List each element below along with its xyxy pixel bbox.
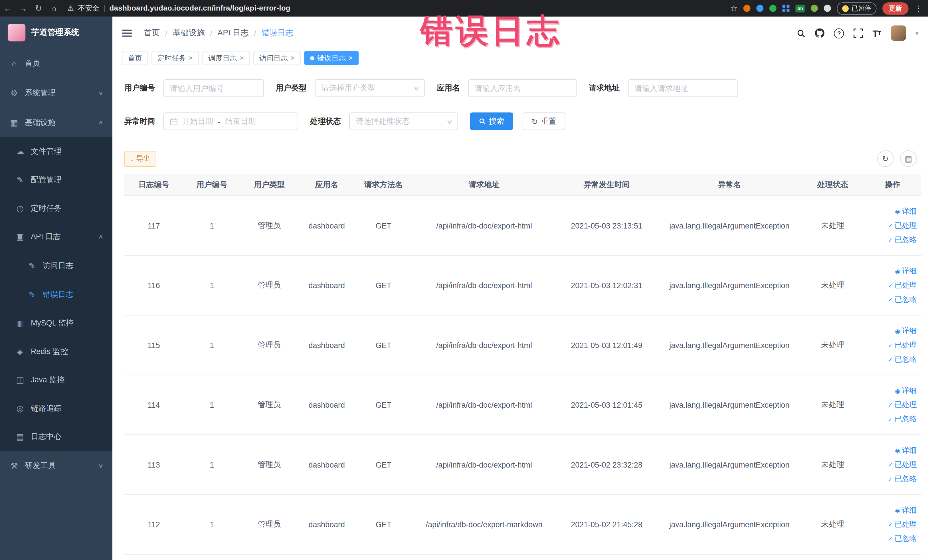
close-icon[interactable]: ×: [349, 55, 353, 62]
user-avatar[interactable]: [891, 25, 906, 41]
browser-menu-icon[interactable]: ⋮: [914, 4, 922, 12]
sidebar-item-trace[interactable]: ◎ 链路追踪: [0, 394, 112, 423]
search-icon[interactable]: [797, 29, 806, 38]
app-logo[interactable]: 芋道管理系统: [0, 17, 112, 49]
detail-link[interactable]: ◉详细: [895, 505, 917, 515]
sidebar-item-infra[interactable]: ▦ 基础设施 ∧: [0, 108, 112, 137]
sidebar-item-error-log[interactable]: ✎ 错误日志: [0, 280, 112, 309]
sidebar-item-java-monitor[interactable]: ◫ Java 监控: [0, 366, 112, 394]
request-url-input[interactable]: [628, 79, 738, 97]
sidebar-item-dev-tools[interactable]: ⚒ 研发工具 ∨: [0, 451, 112, 481]
browser-actions: ☆ on 已暂停 更新 ⋮: [730, 2, 928, 15]
logo-image: [8, 24, 25, 41]
font-size-icon[interactable]: TT: [873, 29, 881, 38]
sidebar-item-home[interactable]: ⌂ 首页: [0, 49, 112, 78]
sidebar-toggle[interactable]: [122, 30, 132, 37]
user-id-label: 用户编号: [124, 83, 155, 93]
tab-home[interactable]: 首页: [122, 51, 148, 65]
col-user-type: 用户类型: [240, 174, 298, 196]
sidebar-item-redis-monitor[interactable]: ◈ Redis 监控: [0, 337, 112, 366]
processed-link[interactable]: ✓已处理: [888, 519, 917, 529]
ignored-link[interactable]: ✓已忽略: [888, 294, 917, 304]
breadcrumb-separator: /: [165, 29, 168, 38]
reset-button[interactable]: ↻ 重置: [523, 112, 565, 130]
eye-icon: ◉: [895, 507, 900, 514]
user-type-select[interactable]: 请选择用户类型 ∨: [315, 79, 425, 97]
refresh-button[interactable]: ↻: [877, 150, 894, 167]
close-icon[interactable]: ×: [291, 55, 295, 62]
detail-link[interactable]: ◉详细: [895, 445, 917, 455]
processed-link[interactable]: ✓已处理: [888, 340, 917, 350]
col-user-id: 用户编号: [183, 174, 240, 196]
tab-access-log[interactable]: 访问日志 ×: [253, 51, 301, 65]
sidebar-item-mysql-monitor[interactable]: ▥ MySQL 监控: [0, 309, 112, 337]
sidebar-item-access-log[interactable]: ✎ 访问日志: [0, 251, 112, 280]
close-icon[interactable]: ×: [240, 55, 244, 62]
app-name-input[interactable]: [468, 79, 577, 97]
extension-icon[interactable]: [757, 5, 764, 12]
github-icon[interactable]: [815, 29, 824, 38]
ignored-link[interactable]: ✓已忽略: [888, 235, 917, 245]
sidebar: 芋道管理系统 ⌂ 首页 ⚙ 系统管理 ∨ ▦ 基础设施 ∧ ☁ 文件管理 ✎ 配…: [0, 17, 112, 560]
home-button[interactable]: ⌂: [46, 0, 62, 17]
extension-icon[interactable]: [783, 5, 790, 12]
breadcrumb-item[interactable]: 基础设施: [172, 28, 205, 38]
tab-error-log[interactable]: 错误日志 ×: [304, 51, 359, 65]
extension-on-badge[interactable]: on: [796, 5, 805, 12]
column-settings-button[interactable]: ▦: [900, 150, 917, 167]
bookmark-star-icon[interactable]: ☆: [730, 3, 737, 13]
edit-doc-icon: ✎: [27, 261, 37, 270]
browser-update-button[interactable]: 更新: [882, 2, 908, 15]
col-method: 请求方法名: [355, 174, 412, 196]
address-bar[interactable]: ⚠ 不安全 | dashboard.yudao.iocoder.cn/infra…: [68, 3, 290, 13]
extension-icon[interactable]: [743, 5, 751, 12]
detail-link[interactable]: ◉详细: [895, 326, 917, 336]
detail-link[interactable]: ◉详细: [895, 206, 917, 216]
process-status-select[interactable]: 请选择处理状态 ∨: [349, 112, 458, 130]
processed-link[interactable]: ✓已处理: [888, 221, 917, 230]
eye-icon: ◉: [895, 328, 900, 334]
user-id-input[interactable]: [163, 79, 264, 97]
detail-link[interactable]: ◉详细: [895, 386, 917, 396]
breadcrumb-item[interactable]: API 日志: [217, 28, 249, 38]
extension-icon[interactable]: [811, 5, 818, 12]
ignored-link[interactable]: ✓已忽略: [888, 414, 917, 424]
table-row: 117 1 管理员 dashboard GET /api/infra/db-do…: [124, 196, 922, 256]
fullscreen-icon[interactable]: [853, 29, 863, 38]
breadcrumb-item[interactable]: 首页: [144, 28, 160, 38]
processed-link[interactable]: ✓已处理: [888, 280, 917, 290]
exception-time-range[interactable]: 开始日期 - 结束日期: [163, 112, 298, 130]
forward-button[interactable]: →: [15, 0, 31, 17]
warning-icon: ⚠: [68, 4, 74, 12]
close-icon[interactable]: ×: [189, 55, 193, 62]
help-icon[interactable]: ?: [834, 28, 844, 38]
url-text: dashboard.yudao.iocoder.cn/infra/log/api…: [110, 4, 290, 12]
ignored-link[interactable]: ✓已忽略: [888, 474, 917, 484]
detail-link[interactable]: ◉详细: [895, 266, 917, 276]
sidebar-item-log-center[interactable]: ▤ 日志中心: [0, 423, 112, 451]
extension-icon[interactable]: [824, 5, 831, 12]
table-row: 112 1 管理员 dashboard GET /api/infra/db-do…: [124, 494, 922, 554]
sidebar-item-api-log[interactable]: ▣ API 日志 ∧: [0, 223, 112, 251]
reload-button[interactable]: ↻: [31, 0, 46, 17]
sidebar-item-file-manage[interactable]: ☁ 文件管理: [0, 137, 112, 166]
sidebar-item-config-manage[interactable]: ✎ 配置管理: [0, 166, 112, 194]
extension-icon[interactable]: [769, 5, 777, 12]
back-button[interactable]: ←: [0, 0, 15, 17]
ignored-link[interactable]: ✓已忽略: [888, 354, 917, 364]
log-icon: ▣: [15, 232, 25, 241]
chevron-down-icon[interactable]: ▾: [916, 30, 918, 37]
processed-link[interactable]: ✓已处理: [888, 459, 917, 470]
search-button[interactable]: 搜索: [470, 112, 513, 130]
breadcrumb-separator: /: [210, 29, 212, 38]
tab-scheduled-job[interactable]: 定时任务 ×: [151, 51, 199, 65]
search-icon: [479, 118, 486, 125]
paused-badge[interactable]: 已暂停: [837, 2, 876, 15]
sidebar-item-system[interactable]: ⚙ 系统管理 ∨: [0, 78, 112, 108]
sidebar-item-scheduled-job[interactable]: ◷ 定时任务: [0, 194, 112, 223]
tab-dispatch-log[interactable]: 调度日志 ×: [203, 51, 250, 65]
export-button[interactable]: ↓ 导出: [124, 151, 156, 166]
check-icon: ✓: [888, 222, 893, 229]
processed-link[interactable]: ✓已处理: [888, 400, 917, 410]
ignored-link[interactable]: ✓已忽略: [888, 534, 917, 543]
